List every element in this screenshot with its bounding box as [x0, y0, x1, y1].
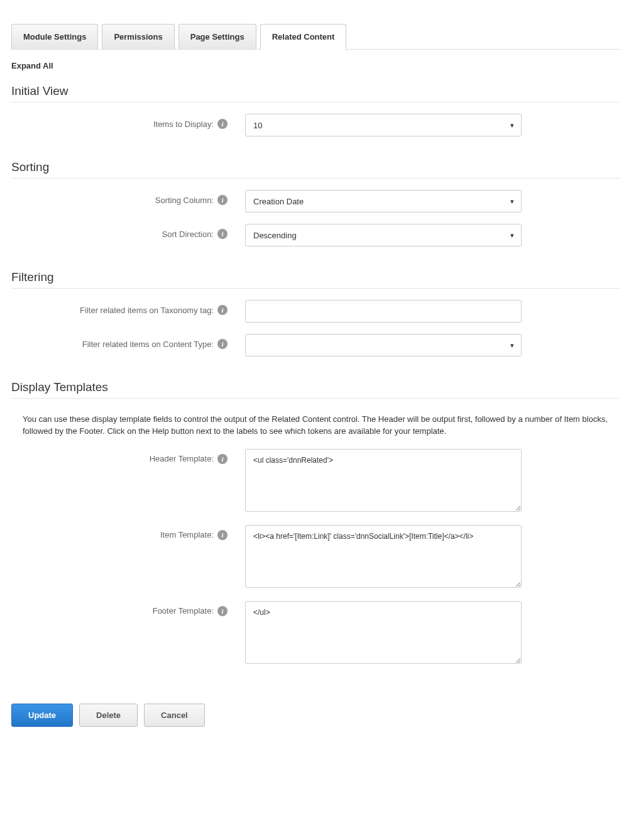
tab-permissions[interactable]: Permissions [102, 24, 174, 49]
tabs: Module Settings Permissions Page Setting… [11, 24, 620, 50]
row-sort-direction: Sort Direction: i [11, 224, 620, 246]
help-icon[interactable]: i [217, 530, 228, 540]
help-icon[interactable]: i [217, 454, 228, 464]
label-sorting-column: Sorting Column: [155, 196, 214, 205]
update-button[interactable]: Update [11, 704, 73, 727]
row-items-to-display: Items to Display: i [11, 114, 620, 136]
select-sort-direction[interactable] [245, 224, 522, 246]
select-sorting-column[interactable] [245, 190, 522, 213]
row-header-template: Header Template: i [11, 449, 620, 514]
cancel-button[interactable]: Cancel [144, 704, 205, 727]
expand-all-link[interactable]: Expand All [11, 61, 53, 70]
textarea-item-template[interactable] [245, 525, 522, 588]
help-icon[interactable]: i [217, 195, 228, 205]
section-title-initial-view: Initial View [11, 84, 620, 102]
input-filter-taxonomy[interactable] [245, 300, 522, 323]
row-filter-taxonomy: Filter related items on Taxonomy tag: i [11, 300, 620, 323]
row-footer-template: Footer Template: i [11, 601, 620, 666]
help-icon[interactable]: i [217, 305, 228, 315]
row-item-template: Item Template: i [11, 525, 620, 590]
help-icon[interactable]: i [217, 606, 228, 616]
textarea-header-template[interactable] [245, 449, 522, 512]
label-header-template: Header Template: [150, 454, 214, 463]
label-sort-direction: Sort Direction: [162, 229, 214, 239]
tab-page-settings[interactable]: Page Settings [178, 24, 256, 49]
row-filter-content-type: Filter related items on Content Type: i [11, 334, 620, 356]
textarea-footer-template[interactable] [245, 601, 522, 664]
help-icon[interactable]: i [217, 339, 228, 349]
select-items-to-display[interactable] [245, 114, 522, 136]
label-item-template: Item Template: [160, 530, 214, 539]
label-filter-taxonomy: Filter related items on Taxonomy tag: [80, 306, 214, 315]
label-filter-content-type: Filter related items on Content Type: [82, 340, 214, 349]
row-sorting-column: Sorting Column: i [11, 190, 620, 213]
delete-button[interactable]: Delete [79, 704, 138, 727]
display-templates-info: You can use these display template field… [23, 414, 620, 438]
section-title-sorting: Sorting [11, 160, 620, 179]
tab-module-settings[interactable]: Module Settings [11, 24, 98, 49]
label-items-to-display: Items to Display: [153, 119, 214, 129]
select-filter-content-type[interactable] [245, 334, 522, 356]
label-footer-template: Footer Template: [153, 606, 214, 616]
section-title-filtering: Filtering [11, 270, 620, 289]
section-title-display-templates: Display Templates [11, 380, 620, 399]
help-icon[interactable]: i [217, 229, 228, 239]
help-icon[interactable]: i [217, 119, 228, 129]
tab-related-content[interactable]: Related Content [260, 24, 347, 50]
button-row: Update Delete Cancel [11, 704, 620, 727]
